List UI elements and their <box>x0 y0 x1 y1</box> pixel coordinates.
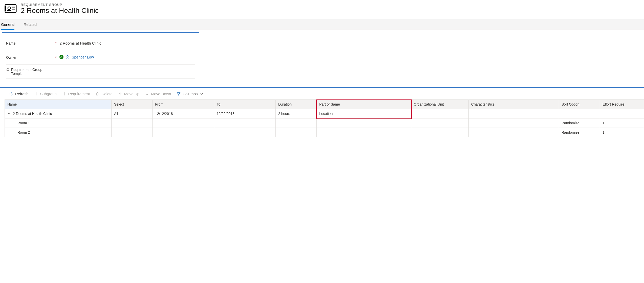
table-row[interactable]: 2 Rooms at Health ClinicAll12/12/201812/… <box>5 109 644 118</box>
page-header: REQUIREMENT GROUP 2 Rooms at Health Clin… <box>0 0 644 19</box>
name-input[interactable]: 2 Rooms at Health Clinic <box>59 41 195 45</box>
field-owner: Owner * Spencer Low <box>6 50 195 65</box>
row-name: Room 1 <box>17 121 30 125</box>
table-row[interactable]: Room 2Randomize1 <box>5 128 644 137</box>
cell-duration[interactable] <box>276 128 317 137</box>
cell-orgunit[interactable] <box>411 128 468 137</box>
cell-duration[interactable] <box>276 118 317 128</box>
owner-label: Owner <box>6 55 16 59</box>
page-title: 2 Rooms at Health Clinic <box>21 7 99 15</box>
col-sortoption[interactable]: Sort Option <box>559 100 600 109</box>
arrow-down-icon <box>145 92 149 96</box>
cell-to[interactable] <box>214 128 275 137</box>
cell-to[interactable] <box>214 118 275 128</box>
tab-general[interactable]: General <box>1 19 14 30</box>
delete-button[interactable]: Delete <box>95 92 112 96</box>
col-duration[interactable]: Duration <box>276 100 317 109</box>
movedown-button[interactable]: Move Down <box>145 92 171 96</box>
owner-lookup[interactable]: Spencer Low <box>59 55 94 59</box>
col-partofsame[interactable]: Part of Same <box>317 100 411 109</box>
columns-button[interactable]: Columns <box>177 92 204 96</box>
svg-rect-1 <box>5 6 6 11</box>
cell-orgunit[interactable] <box>411 109 468 118</box>
cell-effort[interactable]: 1 <box>600 128 644 137</box>
person-icon <box>66 55 70 59</box>
cell-to[interactable]: 12/22/2018 <box>214 109 275 118</box>
cell-partofsame[interactable] <box>317 118 411 128</box>
tab-related[interactable]: Related <box>24 19 37 30</box>
trash-icon <box>95 92 99 96</box>
refresh-icon <box>9 92 13 96</box>
refresh-button[interactable]: Refresh <box>9 92 29 96</box>
required-indicator: * <box>55 55 56 59</box>
cell-select[interactable] <box>111 118 152 128</box>
field-template: Requirement Group Template --- <box>6 65 195 79</box>
table-row[interactable]: Room 1Randomize1 <box>5 118 644 128</box>
cell-characteristics[interactable] <box>468 128 559 137</box>
chevron-down-icon[interactable] <box>7 112 11 115</box>
arrow-up-icon <box>118 92 122 96</box>
col-characteristics[interactable]: Characteristics <box>468 100 559 109</box>
template-label: Requirement Group Template <box>11 68 49 76</box>
cell-characteristics[interactable] <box>468 118 559 128</box>
filter-icon <box>177 92 181 96</box>
col-orgunit[interactable]: Organizational Unit <box>411 100 468 109</box>
plus-icon <box>34 92 38 96</box>
plus-icon <box>62 92 66 96</box>
entity-type-label: REQUIREMENT GROUP <box>21 3 99 7</box>
grid-header-row: Name Select From To Duration Part of Sam… <box>5 100 644 109</box>
cell-duration[interactable]: 2 hours <box>276 109 317 118</box>
grid-toolbar: Refresh Subgroup Requirement Delete Move… <box>0 88 644 99</box>
svg-point-2 <box>8 7 10 9</box>
cell-from[interactable]: 12/12/2018 <box>153 109 214 118</box>
cell-partofsame[interactable]: Location <box>317 109 411 118</box>
col-from[interactable]: From <box>153 100 214 109</box>
cell-effort[interactable]: 1 <box>600 118 644 128</box>
cell-sortoption[interactable]: Randomize <box>559 118 600 128</box>
cell-partofsame[interactable] <box>317 128 411 137</box>
chevron-down-icon <box>200 92 204 96</box>
cell-from[interactable] <box>153 118 214 128</box>
cell-orgunit[interactable] <box>411 118 468 128</box>
template-value: --- <box>58 69 195 74</box>
requirement-button[interactable]: Requirement <box>62 92 90 96</box>
required-indicator: * <box>55 41 56 45</box>
general-form-panel: Name * 2 Rooms at Health Clinic Owner * … <box>2 32 199 82</box>
cell-sortoption[interactable]: Randomize <box>559 128 600 137</box>
svg-rect-6 <box>7 69 9 71</box>
cell-from[interactable] <box>153 128 214 137</box>
cell-select[interactable] <box>111 128 152 137</box>
col-select[interactable]: Select <box>111 100 152 109</box>
cell-effort[interactable] <box>600 109 644 118</box>
field-name: Name * 2 Rooms at Health Clinic <box>6 36 195 50</box>
cell-characteristics[interactable] <box>468 109 559 118</box>
moveup-button[interactable]: Move Up <box>118 92 139 96</box>
lock-icon <box>6 68 10 71</box>
owner-value: Spencer Low <box>72 55 94 59</box>
cell-sortoption[interactable] <box>559 109 600 118</box>
tab-bar: General Related <box>0 19 644 30</box>
name-label: Name <box>6 41 15 45</box>
col-to[interactable]: To <box>214 100 275 109</box>
col-effort[interactable]: Effort Require <box>600 100 644 109</box>
svg-point-5 <box>67 55 68 57</box>
presence-icon <box>59 55 63 59</box>
col-name[interactable]: Name <box>5 100 112 109</box>
row-name: Room 2 <box>17 130 30 134</box>
cell-select[interactable]: All <box>111 109 152 118</box>
subgroup-button[interactable]: Subgroup <box>34 92 57 96</box>
row-name: 2 Rooms at Health Clinic <box>13 112 52 116</box>
requirements-grid-panel: Refresh Subgroup Requirement Delete Move… <box>0 87 644 139</box>
requirements-grid: Name Select From To Duration Part of Sam… <box>5 99 644 137</box>
entity-icon <box>5 3 17 15</box>
